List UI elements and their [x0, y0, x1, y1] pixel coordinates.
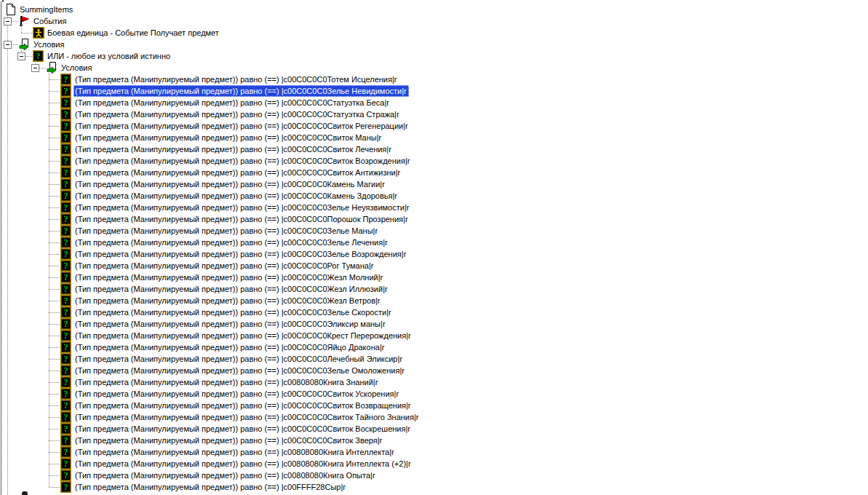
condition-row[interactable]: ?(Тип предмета (Манипулируемый предмет))… — [0, 74, 868, 85]
label-text: Зелье Неуязвимости — [327, 203, 405, 212]
condition-row[interactable]: ?(Тип предмета (Манипулируемый предмет))… — [0, 365, 868, 376]
label-text: |c00C0C0C0 — [282, 145, 327, 154]
label-text: |c00C0C0C0 — [282, 424, 327, 433]
label-text: |r — [383, 238, 388, 247]
condition-row[interactable]: ?(Тип предмета (Манипулируемый предмет))… — [0, 470, 868, 481]
tree-line-vertical — [7, 15, 8, 495]
svg-text:?: ? — [64, 377, 68, 387]
conditions-group-row[interactable]: Условия — [0, 62, 868, 74]
condition-row[interactable]: ?(Тип предмета (Манипулируемый предмет))… — [0, 341, 868, 353]
label-text: (Тип предмета (Манипулируемый предмет)) … — [75, 436, 282, 445]
svg-text:?: ? — [64, 400, 68, 411]
condition-row[interactable]: ?(Тип предмета (Манипулируемый предмет))… — [0, 283, 868, 295]
condition-row[interactable]: ?(Тип предмета (Манипулируемый предмет))… — [0, 237, 868, 248]
trigger-root-row[interactable]: SummingItems — [0, 4, 868, 15]
condition-row[interactable]: ?(Тип предмета (Манипулируемый предмет))… — [0, 353, 868, 365]
label-text: (Тип предмета (Манипулируемый предмет)) … — [75, 261, 282, 270]
condition-row[interactable]: ?(Тип предмета (Манипулируемый предмет))… — [0, 458, 868, 470]
label-text: |c00C0C0C0 — [282, 366, 327, 375]
label-text: |c00C0C0C0 — [282, 331, 327, 340]
or-condition-row-label: ИЛИ - любое из условий истинно — [46, 50, 172, 62]
condition-row[interactable]: ?(Тип предмета (Манипулируемый предмет))… — [0, 435, 868, 446]
condition-row[interactable]: ?(Тип предмета (Манипулируемый предмет))… — [0, 108, 868, 120]
label-text: (Тип предмета (Манипулируемый предмет)) … — [75, 331, 282, 340]
condition-row[interactable]: ?(Тип предмета (Манипулируемый предмет))… — [0, 423, 868, 435]
condition-row-label: (Тип предмета (Манипулируемый предмет)) … — [73, 74, 399, 85]
or-condition-row[interactable]: ?ИЛИ - любое из условий истинно — [0, 50, 868, 62]
condition-question-icon: ? — [60, 167, 72, 178]
event-item-row[interactable]: Боевая единица - Событие Получает предме… — [0, 27, 868, 39]
condition-row-label: (Тип предмета (Манипулируемый предмет)) … — [73, 132, 383, 143]
condition-question-icon: ? — [60, 155, 72, 167]
condition-row[interactable]: ?(Тип предмета (Манипулируемый предмет))… — [0, 260, 868, 272]
label-text: |c00C0C0C0 — [282, 355, 327, 363]
condition-row[interactable]: ?(Тип предмета (Манипулируемый предмет))… — [0, 85, 868, 97]
label-text: |c00C0C0C0 — [282, 343, 327, 352]
condition-row-label: (Тип предмета (Манипулируемый предмет)) … — [73, 330, 413, 341]
trigger-tree: SummingItemsСобытияБоевая единица - Собы… — [0, 0, 868, 495]
label-text: |r — [399, 366, 405, 375]
label-text: (Тип предмета (Манипулируемый предмет)) … — [75, 413, 282, 421]
label-text: Жезл Иллюзий — [327, 285, 383, 293]
condition-row[interactable]: ?(Тип предмета (Манипулируемый предмет))… — [0, 446, 868, 458]
label-text: Зелье Лечения — [327, 238, 383, 247]
condition-question-icon: ? — [60, 213, 72, 225]
condition-row[interactable]: ?(Тип предмета (Манипулируемый предмет))… — [0, 306, 868, 318]
label-text: (Тип предмета (Манипулируемый предмет)) … — [75, 250, 282, 258]
expand-box-conditions[interactable] — [4, 41, 12, 49]
condition-row[interactable]: ?(Тип предмета (Манипулируемый предмет))… — [0, 97, 868, 108]
condition-row[interactable]: ?(Тип предмета (Манипулируемый предмет))… — [0, 411, 868, 423]
tree-line-horizontal — [21, 33, 32, 33]
svg-text:?: ? — [64, 98, 68, 108]
condition-row[interactable]: ?(Тип предмета (Манипулируемый предмет))… — [0, 318, 868, 330]
conditions-category-row[interactable]: Условия — [0, 39, 868, 50]
svg-text:?: ? — [64, 319, 68, 329]
label-text: |c00C0C0C0 — [282, 203, 327, 212]
condition-row[interactable]: ?(Тип предмета (Манипулируемый предмет))… — [0, 132, 868, 143]
condition-row[interactable]: ?(Тип предмета (Манипулируемый предмет))… — [0, 388, 868, 400]
condition-question-icon: ? — [60, 446, 72, 458]
label-text: |c00C0C0C0 — [282, 261, 327, 270]
condition-row[interactable]: ?(Тип предмета (Манипулируемый предмет))… — [0, 225, 868, 237]
condition-row[interactable]: ?(Тип предмета (Манипулируемый предмет))… — [0, 143, 868, 155]
condition-row[interactable]: ?(Тип предмета (Манипулируемый предмет))… — [0, 248, 868, 260]
label-text: (Тип предмета (Манипулируемый предмет)) … — [75, 459, 282, 468]
condition-row[interactable]: ?(Тип предмета (Манипулируемый предмет))… — [0, 376, 868, 388]
expand-box-events[interactable] — [4, 17, 12, 25]
condition-row[interactable]: ?(Тип предмета (Манипулируемый предмет))… — [0, 213, 868, 225]
label-text: Зелье Скорости — [327, 308, 387, 317]
condition-question-icon: ? — [60, 341, 72, 353]
tree-line-horizontal — [49, 91, 60, 92]
expand-box-conditions-group[interactable] — [31, 64, 39, 72]
condition-row[interactable]: ?(Тип предмета (Манипулируемый предмет))… — [0, 202, 868, 213]
condition-question-icon: ? — [60, 283, 72, 295]
condition-row[interactable]: ?(Тип предмета (Манипулируемый предмет))… — [0, 272, 868, 283]
label-text: |c00808080 — [282, 471, 323, 480]
condition-row[interactable]: ?(Тип предмета (Манипулируемый предмет))… — [0, 120, 868, 132]
condition-question-icon: ? — [60, 97, 72, 108]
label-text: |r — [377, 133, 382, 142]
label-text: Свиток Ускорения — [327, 389, 394, 398]
document-icon — [5, 4, 17, 15]
condition-row[interactable]: ?(Тип предмета (Манипулируемый предмет))… — [0, 155, 868, 167]
condition-row[interactable]: ?(Тип предмета (Манипулируемый предмет))… — [0, 295, 868, 306]
expand-box-or[interactable] — [17, 52, 25, 60]
label-text: |c00808080 — [282, 459, 323, 468]
condition-row[interactable]: ?(Тип предмета (Манипулируемый предмет))… — [0, 167, 868, 178]
label-text: (Тип предмета (Манипулируемый предмет)) … — [75, 122, 282, 130]
condition-question-icon: ? — [60, 388, 72, 400]
label-text: (Тип предмета (Манипулируемый предмет)) … — [75, 110, 282, 119]
condition-row[interactable]: ?(Тип предмета (Манипулируемый предмет))… — [0, 330, 868, 341]
condition-question-icon: ? — [60, 108, 72, 120]
label-text: (Тип предмета (Манипулируемый предмет)) … — [75, 215, 282, 223]
label-text: |c00C0C0C0 — [282, 98, 327, 107]
condition-question-icon: ? — [60, 143, 72, 155]
condition-row[interactable]: ?(Тип предмета (Манипулируемый предмет))… — [0, 178, 868, 190]
condition-row[interactable]: ?(Тип предмета (Манипулируемый предмет))… — [0, 481, 868, 493]
events-category-row[interactable]: События — [0, 15, 868, 27]
label-text: SummingItems — [20, 5, 73, 14]
label-text: (Тип предмета (Манипулируемый предмет)) … — [75, 273, 282, 282]
condition-row[interactable]: ?(Тип предмета (Манипулируемый предмет))… — [0, 190, 868, 202]
condition-row[interactable]: ?(Тип предмета (Манипулируемый предмет))… — [0, 400, 868, 411]
condition-question-icon: ? — [60, 120, 72, 132]
